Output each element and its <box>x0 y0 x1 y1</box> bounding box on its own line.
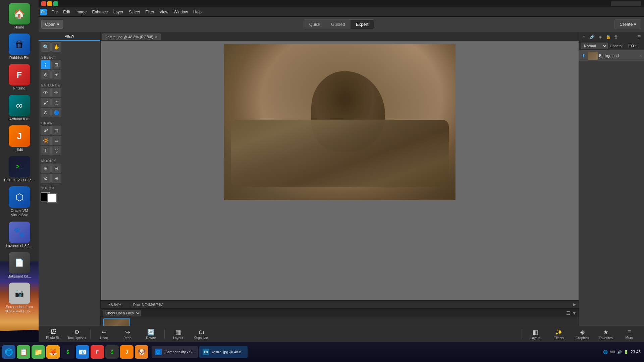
graphics-button[interactable]: ◈ Graphics <box>571 327 594 341</box>
blur-button[interactable]: ◌ <box>51 98 61 107</box>
maximize-button[interactable] <box>53 1 58 6</box>
layout-button[interactable]: ▦ Layout <box>167 327 190 341</box>
dock-item-rubbish[interactable]: 🗑 Rubbish Bin <box>3 32 36 61</box>
menu-image[interactable]: Image <box>73 8 89 16</box>
volume-tray-icon[interactable]: 🔊 <box>617 350 622 354</box>
eraser-button[interactable]: ◻ <box>51 126 61 135</box>
layers-lock-button[interactable]: 🔒 <box>604 33 612 41</box>
taskbar-window-compat[interactable]: 🌐 [Compatibility - S... <box>152 346 198 358</box>
create-button[interactable]: Create ▾ <box>614 19 641 29</box>
view-tab[interactable]: VIEW <box>39 32 100 41</box>
taskbar-app-10[interactable]: 🐶 <box>135 345 148 359</box>
organizer-button[interactable]: 🗂 Organizer <box>190 327 213 341</box>
screenshot-icon: 📷 <box>9 283 30 304</box>
photo-bin-button[interactable]: 🖼 Photo Bin <box>42 327 65 341</box>
dodge-button[interactable]: 🔵 <box>51 108 61 117</box>
dock-item-lazarus[interactable]: 🐾 Lazarus (1.8.2... <box>3 220 36 249</box>
dock-item-putty[interactable]: >_ PuTTY SSH Clie... <box>3 155 36 184</box>
effects-button[interactable]: ✨ Effects <box>547 327 570 341</box>
crop-button[interactable]: ⊞ <box>41 164 51 173</box>
recompose-button[interactable]: ⊞ <box>51 174 61 183</box>
layers-delete-button[interactable]: 🗑 <box>612 33 620 41</box>
open-button[interactable]: Open ▾ <box>41 20 63 29</box>
menu-help[interactable]: Help <box>191 8 204 16</box>
layers-button[interactable]: ◧ Layers <box>524 327 547 341</box>
paint-bucket-button[interactable]: 🔆 <box>41 136 51 145</box>
gradient-button[interactable]: ▭ <box>51 136 61 145</box>
clone-button[interactable]: 🖌 <box>41 98 51 107</box>
canvas-image-container <box>224 44 455 200</box>
lasso-tool-button[interactable]: ⊡ <box>51 60 61 69</box>
cookie-cutter-button[interactable]: ⚙ <box>41 174 51 183</box>
taskbar-app-1[interactable]: 🌐 <box>2 345 15 359</box>
taskbar-app-9[interactable]: J <box>120 345 133 359</box>
menu-select[interactable]: Select <box>126 8 143 16</box>
expert-mode-button[interactable]: Expert <box>351 20 374 29</box>
layer-visibility-eye[interactable]: 👁 <box>581 53 586 58</box>
taskbar-window-kestrel[interactable]: Ps kestrel.jpg @ 48.8... <box>199 346 248 358</box>
hand-tool-button[interactable]: ✋ <box>51 42 61 52</box>
undo-button[interactable]: ↩ Undo <box>93 327 115 341</box>
minimize-button[interactable] <box>47 1 52 6</box>
dock-item-screenshot[interactable]: 📷 Screenshot from 2019-04-03 12-... <box>3 281 36 315</box>
taskbar-app-5[interactable]: $ <box>61 345 74 359</box>
layers-create-button[interactable]: + <box>580 33 588 41</box>
filmstrip-menu-button[interactable]: ☰ <box>566 310 571 316</box>
network-tray-icon[interactable]: 🌐 <box>603 350 608 354</box>
transform-button[interactable]: ⊟ <box>51 164 61 173</box>
brush-button[interactable]: 🖌 <box>41 126 51 135</box>
status-arrow-icon[interactable]: ▶ <box>573 302 576 307</box>
canvas-tab-close[interactable]: ✕ <box>155 35 157 39</box>
canvas-scroll-area[interactable] <box>101 41 579 300</box>
taskbar-app-6[interactable]: 📧 <box>76 345 89 359</box>
favorites-button[interactable]: ★ Favorites <box>594 327 617 341</box>
background-color-swatch[interactable] <box>47 193 57 203</box>
taskbar-app-7[interactable]: F <box>91 345 104 359</box>
menu-enhance[interactable]: Enhance <box>89 8 110 16</box>
dock-item-home[interactable]: 🏠 Home <box>3 2 36 31</box>
battery-tray-icon[interactable]: 🔋 <box>624 350 629 354</box>
tool-options-button[interactable]: ⚙ Tool Options <box>65 327 88 341</box>
keyboard-tray-icon[interactable]: ⌨ <box>610 350 615 354</box>
filmstrip-filter-select[interactable]: Show Open Files <box>103 310 141 316</box>
dock-item-arduino[interactable]: ∞ Arduino IDE <box>3 94 36 123</box>
taskbar-app-3[interactable]: 📁 <box>32 345 45 359</box>
taskbar-app-8[interactable]: $ <box>105 345 119 359</box>
type-button[interactable]: T <box>41 146 51 155</box>
dock-item-jedit[interactable]: J jEdit <box>3 124 36 153</box>
menu-file[interactable]: File <box>49 8 60 16</box>
layers-style-button[interactable]: ◈ <box>596 33 604 41</box>
menu-filter[interactable]: Filter <box>143 8 157 16</box>
menu-view[interactable]: View <box>157 8 171 16</box>
magic-wand-button[interactable]: ⊗ <box>41 70 51 79</box>
menu-window[interactable]: Window <box>171 8 191 16</box>
panel-menu-button[interactable]: ☰ <box>635 33 643 41</box>
filmstrip-expand-button[interactable]: ▼ <box>572 310 577 316</box>
more-button[interactable]: ≡ More <box>618 327 641 341</box>
layers-link-button[interactable]: 🔗 <box>588 33 596 41</box>
quick-select-button[interactable]: ✦ <box>51 70 61 79</box>
shapes-button[interactable]: ⬡ <box>51 146 61 155</box>
dock-item-oracle[interactable]: ⬡ Oracle VM VirtualBox <box>3 185 36 219</box>
taskbar-app-4[interactable]: 🦊 <box>46 345 60 359</box>
red-eye-button[interactable]: 👁 <box>41 88 51 97</box>
blend-mode-select[interactable]: Normal <box>581 43 608 49</box>
redo-button[interactable]: ↪ Redo <box>116 327 139 341</box>
taskbar-app-2[interactable]: 📋 <box>17 345 30 359</box>
spot-heal-button[interactable]: ✏ <box>51 88 61 97</box>
dock-item-fritzing[interactable]: F Fritzing <box>3 63 36 92</box>
graphics-icon: ◈ <box>580 328 585 336</box>
quick-mode-button[interactable]: Quick <box>304 20 326 29</box>
sponge-button[interactable]: ⊘ <box>41 108 51 117</box>
guided-mode-button[interactable]: Guided <box>326 20 351 29</box>
canvas-tab-kestrel[interactable]: kestrel.jpg @ 48.8% (RGB/8) ✕ <box>102 34 161 40</box>
dock-item-batsound[interactable]: 📄 Batsound bil... <box>3 251 36 280</box>
close-button[interactable] <box>41 1 46 6</box>
rotate-button[interactable]: 🔄 Rotate <box>140 327 162 341</box>
move-tool-button[interactable]: ⊹ <box>41 60 51 69</box>
layer-row-background[interactable]: 👁 Background ✕ <box>579 50 644 61</box>
layer-close-icon[interactable]: ✕ <box>639 54 642 58</box>
menu-edit[interactable]: Edit <box>60 8 73 16</box>
menu-layer[interactable]: Layer <box>111 8 126 16</box>
zoom-tool-button[interactable]: 🔍 <box>41 42 51 52</box>
